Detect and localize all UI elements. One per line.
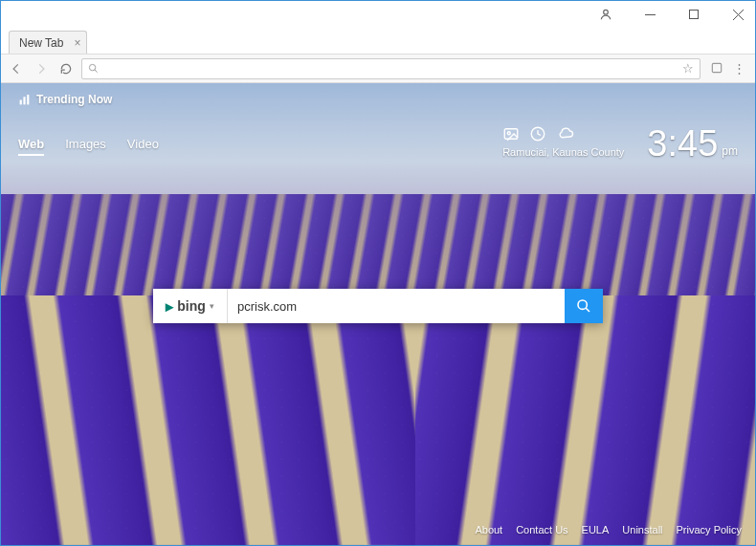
trending-label: Trending Now [36, 93, 112, 106]
menu-icon[interactable]: ⋮ [733, 61, 745, 76]
gallery-icon[interactable] [502, 125, 520, 142]
svg-point-0 [604, 10, 609, 14]
footer-eula[interactable]: EULA [582, 524, 610, 535]
browser-window: New Tab × ☆ ⋮ [0, 0, 756, 546]
nav-web[interactable]: Web [18, 137, 44, 156]
bing-mark-icon: ▸ [166, 297, 173, 316]
header-widgets: Ramuciai, Kaunas County 3:45 pm [502, 125, 738, 162]
search-icon [576, 298, 591, 314]
tab-close-icon[interactable]: × [74, 36, 80, 50]
address-bar[interactable]: ☆ [81, 58, 700, 79]
back-button[interactable] [7, 59, 26, 78]
trending-now[interactable]: Trending Now [18, 93, 112, 106]
page-content: Trending Now Web Images Video Ramuciai, … [1, 83, 755, 545]
tab-strip: New Tab × [1, 28, 755, 55]
weather-location: Ramuciai, Kaunas County [502, 146, 624, 158]
footer-privacy[interactable]: Privacy Policy [677, 524, 742, 535]
footer-about[interactable]: About [475, 524, 502, 535]
forward-button[interactable] [32, 59, 51, 78]
clock-widget: 3:45 pm [647, 125, 738, 162]
nav-images[interactable]: Images [65, 137, 106, 156]
tab-title: New Tab [19, 36, 63, 50]
svg-line-15 [586, 308, 589, 312]
search-bar: ▸ bing ▾ [153, 289, 603, 323]
clock-ampm: pm [722, 144, 738, 158]
minimize-button[interactable] [636, 1, 663, 28]
star-icon[interactable]: ☆ [682, 61, 694, 76]
svg-rect-8 [20, 99, 22, 104]
chevron-down-icon: ▾ [210, 301, 214, 311]
browser-tab[interactable]: New Tab × [9, 31, 87, 54]
bing-logo: ▸ bing [166, 297, 206, 316]
extension-icon[interactable] [710, 61, 723, 76]
svg-rect-10 [27, 95, 29, 104]
account-icon[interactable] [592, 1, 619, 28]
search-button[interactable] [565, 289, 603, 323]
svg-rect-9 [23, 97, 25, 104]
nav-video[interactable]: Video [127, 137, 159, 156]
window-titlebar [1, 1, 755, 28]
search-engine-selector[interactable]: ▸ bing ▾ [153, 289, 228, 323]
cloud-icon[interactable] [556, 125, 575, 142]
clock-icon[interactable] [529, 125, 546, 142]
reload-button[interactable] [56, 59, 76, 78]
svg-rect-7 [712, 63, 721, 72]
svg-point-14 [578, 300, 587, 309]
svg-line-6 [95, 70, 98, 73]
search-input[interactable] [228, 289, 565, 323]
maximize-button[interactable] [680, 1, 707, 28]
footer-contact[interactable]: Contact Us [516, 524, 567, 535]
clock-time: 3:45 [647, 125, 718, 162]
footer-links: About Contact Us EULA Uninstall Privacy … [475, 524, 742, 535]
search-icon [88, 63, 99, 74]
toolbar-icons: ⋮ [706, 61, 749, 76]
svg-point-12 [507, 132, 510, 135]
footer-uninstall[interactable]: Uninstall [622, 524, 662, 535]
close-button[interactable] [724, 1, 751, 28]
engine-label: bing [177, 298, 206, 314]
svg-point-5 [89, 64, 95, 70]
weather-widget[interactable]: Ramuciai, Kaunas County [502, 125, 624, 158]
toolbar: ☆ ⋮ [1, 55, 755, 83]
bars-icon [18, 94, 31, 106]
search-category-nav: Web Images Video [18, 137, 159, 156]
svg-rect-2 [690, 11, 699, 19]
